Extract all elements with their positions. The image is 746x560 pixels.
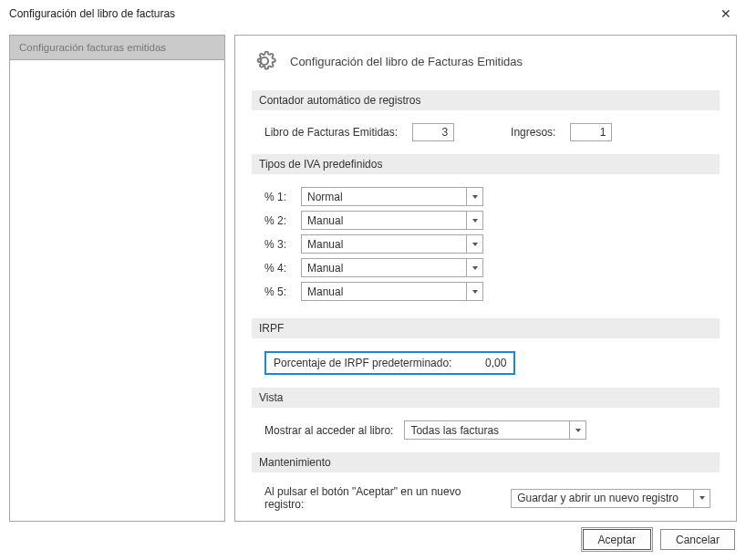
iva-select-5[interactable]: Manual [301, 282, 483, 301]
section-title-counter: Contador automático de registros [252, 90, 720, 110]
nav-item-emitidas[interactable]: Configuración facturas emitidas [10, 36, 224, 60]
iva-select-3[interactable]: Manual [301, 234, 483, 254]
section-mant: Al pulsar el botón "Aceptar" en un nuevo… [252, 485, 720, 522]
iva-row-4: % 4: Manual [264, 258, 710, 277]
panel-title: Configuración del libro de Facturas Emit… [290, 55, 523, 68]
section-title-iva: Tipos de IVA predefinidos [252, 154, 720, 174]
chevron-down-icon [466, 259, 482, 276]
chevron-down-icon [466, 283, 482, 300]
label-mant: Al pulsar el botón "Aceptar" en un nuevo… [264, 485, 500, 511]
nav-panel: Configuración facturas emitidas [9, 35, 225, 522]
section-counter: Libro de Facturas Emitidas: 3 Ingresos: … [252, 123, 720, 154]
iva-label: % 5: [264, 285, 292, 298]
chevron-down-icon [466, 212, 482, 229]
chevron-down-icon [466, 235, 482, 253]
iva-label: % 3: [264, 238, 292, 251]
settings-panel: Configuración del libro de Facturas Emit… [234, 35, 737, 522]
iva-select-value: Manual [307, 262, 343, 275]
input-ingresos[interactable]: 1 [570, 123, 612, 141]
iva-label: % 4: [264, 262, 292, 275]
accept-button[interactable]: Aceptar [583, 529, 651, 550]
chevron-down-icon [693, 490, 710, 507]
window-title: Configuración del libro de facturas [9, 7, 175, 20]
iva-label: % 2: [264, 214, 292, 227]
input-libro[interactable]: 3 [412, 123, 454, 141]
mant-select[interactable]: Guardar y abrir un nuevo registro [511, 489, 710, 508]
cancel-button[interactable]: Cancelar [660, 529, 735, 550]
gear-icon [252, 48, 277, 74]
iva-select-2[interactable]: Manual [301, 211, 483, 230]
chevron-down-icon [569, 421, 585, 439]
iva-select-1[interactable]: Normal [301, 187, 483, 206]
section-irpf: Porcentaje de IRPF predeterminado: 0,00 [252, 351, 720, 388]
titlebar: Configuración del libro de facturas ✕ [0, 0, 746, 26]
section-vista: Mostrar al acceder al libro: Todas las f… [252, 420, 720, 452]
iva-row-3: % 3: Manual [264, 234, 710, 254]
irpf-input-group[interactable]: Porcentaje de IRPF predeterminado: 0,00 [264, 351, 515, 375]
iva-label: % 1: [264, 191, 292, 203]
vista-select-value: Todas las facturas [410, 424, 499, 437]
iva-row-5: % 5: Manual [264, 282, 710, 301]
label-ingresos: Ingresos: [511, 126, 555, 139]
vista-select[interactable]: Todas las facturas [404, 420, 586, 440]
close-icon[interactable]: ✕ [715, 5, 737, 22]
iva-select-value: Manual [307, 214, 343, 227]
mant-select-value: Guardar y abrir un nuevo registro [517, 492, 679, 504]
section-title-mant: Mantenimiento [252, 452, 720, 472]
iva-select-value: Manual [307, 285, 343, 298]
iva-select-value: Manual [307, 238, 343, 251]
section-title-vista: Vista [252, 388, 720, 408]
label-vista: Mostrar al acceder al libro: [264, 424, 393, 437]
iva-row-2: % 2: Manual [264, 211, 710, 230]
chevron-down-icon [466, 188, 482, 205]
iva-row-1: % 1: Normal [264, 187, 710, 206]
section-iva: % 1: Normal % 2: Manual % 3: Manual [252, 187, 720, 318]
label-libro: Libro de Facturas Emitidas: [264, 126, 398, 139]
panel-header: Configuración del libro de Facturas Emit… [252, 48, 720, 74]
iva-select-value: Normal [307, 191, 343, 203]
section-title-irpf: IRPF [252, 318, 720, 338]
input-irpf[interactable]: 0,00 [462, 357, 506, 369]
dialog-body: Configuración facturas emitidas Configur… [0, 26, 746, 525]
dialog-footer: Aceptar Cancelar [0, 525, 746, 560]
iva-select-4[interactable]: Manual [301, 258, 483, 277]
label-irpf: Porcentaje de IRPF predeterminado: [274, 357, 451, 369]
